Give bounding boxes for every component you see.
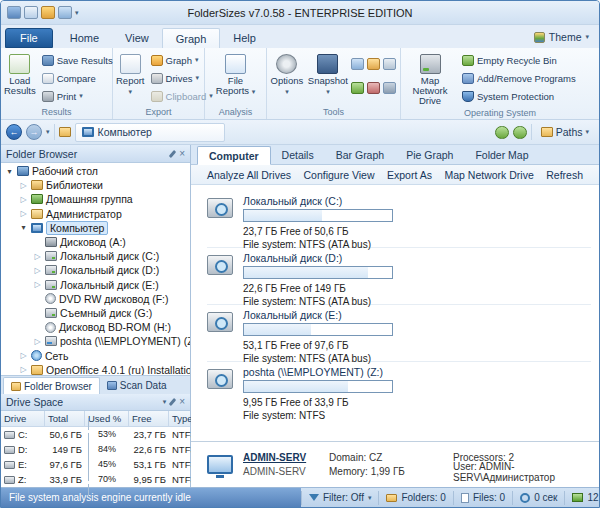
tree-item-user[interactable]: ▷Администратор [1, 207, 190, 221]
scheduler-tool-icon[interactable] [367, 58, 380, 70]
file-menu-button[interactable]: File [5, 28, 53, 48]
tab-graph[interactable]: Graph [162, 28, 221, 48]
rules-tool-icon[interactable] [351, 82, 364, 94]
monitor-tool-icon[interactable] [383, 82, 396, 94]
search-tool-icon[interactable] [351, 58, 364, 70]
tab-details[interactable]: Details [271, 145, 325, 164]
table-row[interactable]: E: 97,6 ГБ 45% 53,1 ГБ NTFS [1, 457, 190, 472]
tree-item-libraries[interactable]: ▷Библиотеки [1, 178, 190, 192]
tab-pie-graph[interactable]: Pie Graph [395, 145, 464, 164]
search-quick-icon[interactable] [58, 6, 72, 19]
file-reports-button[interactable]: File Reports ▾ [213, 50, 259, 106]
refresh-icon[interactable] [495, 126, 509, 139]
tab-scan-data[interactable]: Scan Data [100, 377, 174, 394]
drive-entry-c[interactable]: Локальный диск (C:) 23,7 ГБ Free of 50,6… [207, 191, 591, 248]
tree-item-drive-z[interactable]: ▷poshta (\\EMPLOYMENT) (Z:) [1, 334, 190, 348]
tab-folder-map[interactable]: Folder Map [464, 145, 539, 164]
close-icon[interactable]: × [179, 150, 185, 158]
refresh-link[interactable]: Refresh [546, 169, 583, 181]
compare-button[interactable]: Compare [39, 70, 116, 86]
options-gear-icon [276, 54, 297, 74]
tab-view[interactable]: View [112, 28, 162, 48]
tree-item-drive-g[interactable]: Съемный диск (G:) [1, 306, 190, 320]
tree-item-drive-d[interactable]: ▷Локальный диск (D:) [1, 263, 190, 277]
free-space-text: 23,7 ГБ Free of 50,6 ГБ [243, 225, 393, 238]
app-window: FolderSizes v7.0.58 - ENTERPRISE EDITION… [0, 0, 600, 508]
folder-browser-tab-icon [11, 382, 21, 391]
qat-dropdown-icon[interactable]: ▾ [75, 9, 79, 17]
homegroup-icon [31, 194, 43, 204]
theme-button[interactable]: Theme ▾ [528, 28, 595, 46]
tab-help[interactable]: Help [220, 28, 269, 48]
analyze-all-drives-link[interactable]: Analyze All Drives [207, 169, 291, 181]
paths-button[interactable]: Paths ▾ [536, 125, 594, 139]
tree-item-drive-a[interactable]: Дисковод (A:) [1, 235, 190, 249]
ribbon-tab-bar: File Home View Graph Help Theme ▾ [1, 25, 599, 48]
tree-item-drive-e[interactable]: ▷Локальный диск (E:) [1, 278, 190, 292]
export-as-link[interactable]: Export As [387, 169, 432, 181]
usage-bar [243, 209, 393, 222]
computer-icon [31, 223, 43, 233]
title-bar: FolderSizes v7.0.58 - ENTERPRISE EDITION… [1, 1, 599, 25]
free-space-text: 9,95 ГБ Free of 33,9 ГБ [243, 396, 393, 409]
table-row[interactable]: D: 149 ГБ 84% 22,6 ГБ NTFS [1, 442, 190, 457]
tree-item-drive-c[interactable]: ▷Локальный диск (C:) [1, 249, 190, 263]
table-row[interactable]: C: 50,6 ГБ 53% 23,7 ГБ NTFS [1, 427, 190, 442]
computer-name-link[interactable]: ADMIN-SERV [243, 452, 315, 463]
alerts-tool-icon[interactable] [367, 82, 380, 94]
tree-item-network[interactable]: ▷Сеть [1, 348, 190, 362]
computer-info: ADMIN-SERV Domain: CZ Processors: 2 ADMI… [191, 441, 599, 487]
tab-bar-graph[interactable]: Bar Graph [325, 145, 395, 164]
memory-text: Memory: 1,99 ГБ [329, 466, 439, 477]
tree-item-homegroup[interactable]: ▷Домашняя группа [1, 192, 190, 206]
save-results-button[interactable]: Save Results [39, 52, 116, 68]
report-button[interactable]: Report ▾ [115, 50, 146, 106]
user-text: User: ADMIN-SERV\Администратор [453, 461, 599, 483]
tab-folder-browser[interactable]: Folder Browser [3, 377, 100, 394]
tree-item-computer[interactable]: ▾Компьютер [1, 221, 190, 235]
pin-icon[interactable] [169, 398, 176, 406]
up-folder-icon[interactable] [59, 127, 71, 137]
filter-quick-icon[interactable] [41, 6, 55, 19]
drive-entry-e[interactable]: Локальный диск (E:) 53,1 ГБ Free of 97,6… [207, 305, 591, 362]
filter-status[interactable]: Filter: Off▾ [301, 491, 378, 505]
print-dropdown-icon: ▾ [79, 92, 83, 100]
console-tool-icon[interactable] [383, 58, 396, 70]
drive-entry-z[interactable]: poshta (\\EMPLOYMENT) (Z:) 9,95 ГБ Free … [207, 362, 591, 419]
floppy-drive-icon [45, 237, 57, 247]
compare-icon [42, 73, 54, 84]
options-button[interactable]: Options ▾ [269, 50, 305, 106]
table-row[interactable]: Z: 33,9 ГБ 70% 9,95 ГБ NTFS [1, 472, 190, 487]
history-dropdown-icon[interactable]: ▾ [46, 128, 50, 136]
map-network-drive-button[interactable]: Map Network Drive [403, 50, 457, 107]
tree-item-drive-h[interactable]: Дисковод BD-ROM (H:) [1, 320, 190, 334]
sync-icon[interactable] [513, 126, 527, 139]
load-results-button[interactable]: Load Results [3, 50, 37, 106]
status-bar: File system analysis engine currently id… [1, 487, 599, 507]
ribbon-group-export: Report ▾ Graph▾ Drives▾ Clipboard▾ Expor… [113, 48, 205, 119]
forward-button[interactable]: → [26, 124, 42, 140]
drive-entry-d[interactable]: Локальный диск (D:) 22,6 ГБ Free of 149 … [207, 248, 591, 305]
print-button[interactable]: Print▾ [39, 88, 116, 104]
map-network-drive-link[interactable]: Map Network Drive [444, 169, 533, 181]
tab-computer[interactable]: Computer [197, 146, 271, 165]
file-system-text: File system: NTFS (ATA bus) [243, 295, 393, 308]
close-icon[interactable]: × [179, 398, 185, 406]
configure-view-link[interactable]: Configure View [304, 169, 375, 181]
add-remove-programs-button[interactable]: Add/Remove Programs [459, 71, 579, 87]
address-breadcrumb[interactable]: Компьютер [75, 123, 225, 142]
back-button[interactable]: ← [6, 124, 22, 140]
tab-home[interactable]: Home [57, 28, 112, 48]
hard-drive-icon [45, 280, 57, 290]
tree-item-desktop[interactable]: ▾Рабочий стол [1, 164, 190, 178]
system-protection-button[interactable]: System Protection [459, 89, 579, 105]
pin-icon[interactable] [169, 149, 176, 157]
snapshot-button[interactable]: Snapshot ▾ [307, 50, 349, 106]
app-icon[interactable] [7, 6, 21, 19]
computer-quick-icon[interactable] [24, 6, 38, 19]
tree-item-openoffice[interactable]: ▷OpenOffice 4.0.1 (ru) Installation F... [1, 363, 190, 375]
drives-icon [151, 73, 163, 84]
empty-recycle-bin-button[interactable]: Empty Recycle Bin [459, 52, 579, 68]
tree-item-drive-f[interactable]: DVD RW дисковод (F:) [1, 292, 190, 306]
drive-space-dropdown-icon[interactable]: ▾ [163, 398, 167, 406]
